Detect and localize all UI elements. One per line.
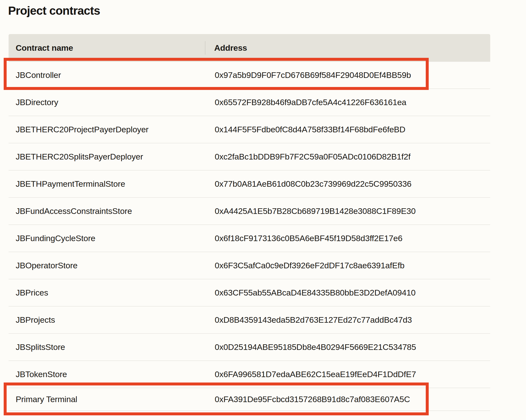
contract-address-cell: 0xFA391De95Fcbcd3157268B91d8c7af083E607A… [205,395,490,404]
table-row: JBETHERC20ProjectPayerDeployer 0x144F5F5… [9,116,490,143]
table-row: JBOperatorStore 0x6F3C5afCa0c9eDf3926eF2… [9,252,490,279]
project-contracts-table: Contract name Address JBController 0x97a… [9,34,490,411]
table-row: JBDirectory 0x65572FB928b46f9aDB7cfe5A4c… [9,89,490,116]
contract-name-cell: JBProjects [9,315,205,325]
contract-name-cell: JBSplitsStore [9,342,205,352]
contract-address-cell: 0x65572FB928b46f9aDB7cfe5A4c41226F636161… [205,98,490,107]
table-row: JBTokenStore 0x6FA996581D7edaABE62C15eaE… [9,361,490,388]
contract-name-cell: Primary Terminal [9,395,205,404]
contract-name-cell: JBETHERC20SplitsPayerDeployer [9,152,205,161]
table-row: JBFundAccessConstraintsStore 0xA4425A1E5… [9,198,490,225]
column-divider [205,41,205,55]
contract-name-cell: JBTokenStore [9,370,205,379]
contract-name-cell: JBFundingCycleStore [9,234,205,243]
table-row: JBController 0x97a5b9D9F0F7cD676B69f584F… [9,62,490,89]
contract-address-cell: 0xA4425A1E5b7B28Cb689719B1428e3088C1F89E… [205,206,490,216]
contract-name-cell: JBETHPaymentTerminalStore [9,179,205,189]
contract-address-cell: 0x6f18cF9173136c0B5A6eBF45f19D58d3ff2E17… [205,234,490,243]
table-row: JBPrices 0x63CF55ab55ABcaD4E84335B80bbE3… [9,279,490,307]
column-header-address: Address [205,43,490,53]
contract-address-cell: 0x144F5F5Fdbe0fC8d4A758f33Bf14F68bdFe6fe… [205,125,490,134]
contract-address-cell: 0xc2faBc1bDDB9Fb7F2C59a0F05ADc0106D82B1f… [205,152,490,161]
contract-name-cell: JBOperatorStore [9,261,205,270]
contract-address-cell: 0x97a5b9D9F0F7cD676B69f584F29048D0Ef4BB5… [205,70,490,80]
table-row: JBFundingCycleStore 0x6f18cF9173136c0B5A… [9,225,490,252]
page-title: Project contracts [8,4,100,17]
contract-address-cell: 0x6F3C5afCa0c9eDf3926eF2dDF17c8ae6391afE… [205,261,490,270]
table-body: JBController 0x97a5b9D9F0F7cD676B69f584F… [9,62,490,411]
contract-name-cell: JBDirectory [9,98,205,107]
contract-name-cell: JBPrices [9,288,205,297]
table-row: JBSplitsStore 0x0D25194ABE95185Db8e4B029… [9,334,490,361]
table-row: JBETHERC20SplitsPayerDeployer 0xc2faBc1b… [9,143,490,171]
contract-name-cell: JBFundAccessConstraintsStore [9,206,205,216]
contract-name-cell: JBETHERC20ProjectPayerDeployer [9,125,205,134]
table-row: Primary Terminal 0xFA391De95Fcbcd3157268… [9,388,490,411]
contract-address-cell: 0x0D25194ABE95185Db8e4B0294F5669E21C5347… [205,342,490,352]
contract-address-cell: 0x6FA996581D7edaABE62C15eaE19fEeD4F1DdDf… [205,370,490,379]
table-row: JBETHPaymentTerminalStore 0x77b0A81AeB61… [9,171,490,198]
contract-address-cell: 0x77b0A81AeB61d08C0b23c739969d22c5C99503… [205,179,490,189]
contract-address-cell: 0x63CF55ab55ABcaD4E84335B80bbE3D2DefA094… [205,288,490,297]
column-header-contract-name: Contract name [9,43,205,53]
contract-address-cell: 0xD8B4359143eda5B2d763E127Ed27c77addBc47… [205,315,490,325]
table-header-row: Contract name Address [9,34,490,62]
contract-name-cell: JBController [9,70,205,80]
table-row: JBProjects 0xD8B4359143eda5B2d763E127Ed2… [9,307,490,334]
